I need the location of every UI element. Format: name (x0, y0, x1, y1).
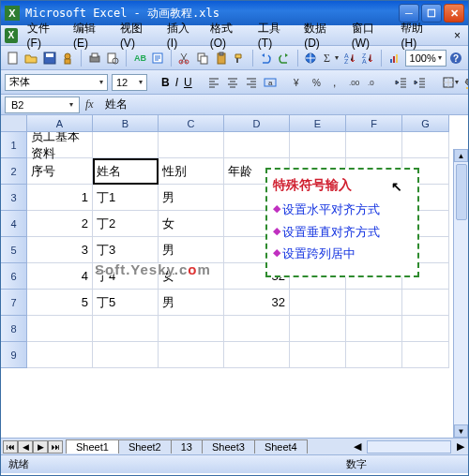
cell-B3[interactable]: 丁1 (93, 185, 159, 211)
row-header[interactable]: 9 (1, 342, 27, 368)
hyperlink-icon[interactable] (303, 48, 320, 68)
name-box[interactable]: B2▾ (5, 97, 80, 113)
undo-icon[interactable] (258, 48, 275, 68)
print-preview-icon[interactable] (105, 48, 122, 68)
cell-G9[interactable] (402, 342, 449, 368)
hscroll-left-icon[interactable]: ◀ (354, 440, 361, 453)
cell-A9[interactable] (27, 342, 93, 368)
spelling-icon[interactable]: ABC (131, 48, 148, 68)
format-painter-icon[interactable] (231, 48, 248, 68)
sort-asc-icon[interactable]: AZ (341, 48, 358, 68)
chart-wizard-icon[interactable] (386, 48, 403, 68)
italic-button[interactable]: I (174, 73, 179, 92)
row-header[interactable]: 4 (1, 211, 27, 237)
select-all-corner[interactable] (1, 115, 27, 132)
print-icon[interactable] (86, 48, 103, 68)
cell-D7[interactable]: 32 (224, 290, 290, 316)
new-icon[interactable] (5, 48, 22, 68)
cell-G7[interactable] (402, 290, 449, 316)
merge-center-icon[interactable]: a (263, 73, 278, 92)
row-header[interactable]: 3 (1, 185, 27, 211)
cell-E7[interactable] (290, 290, 346, 316)
cell-F7[interactable] (346, 290, 402, 316)
row-header[interactable]: 8 (1, 316, 27, 342)
cell-G8[interactable] (402, 316, 449, 342)
font-size-select[interactable]: 12▾ (112, 74, 147, 91)
row-header[interactable]: 1 (1, 132, 27, 158)
vertical-scrollbar[interactable]: ▲ ▼ (453, 149, 468, 438)
align-right-icon[interactable] (244, 73, 259, 92)
fx-icon[interactable]: fx (85, 97, 94, 112)
align-center-icon[interactable] (225, 73, 240, 92)
menu-edit[interactable]: 编辑(E) (68, 19, 111, 52)
cell-A4[interactable]: 2 (27, 211, 93, 237)
row-header[interactable]: 6 (1, 263, 27, 290)
decrease-indent-icon[interactable] (394, 73, 409, 92)
bold-button[interactable]: B (160, 73, 171, 92)
sheet-tab-Sheet1[interactable]: Sheet1 (66, 439, 119, 454)
cell-B4[interactable]: 丁2 (93, 211, 159, 237)
cell-C1[interactable] (159, 132, 224, 158)
cut-icon[interactable] (176, 48, 193, 68)
sheet-tab-13[interactable]: 13 (171, 439, 203, 454)
column-header-D[interactable]: D (224, 115, 290, 132)
cell-C8[interactable] (159, 316, 224, 342)
increase-indent-icon[interactable] (413, 73, 428, 92)
borders-icon[interactable]: ▾ (441, 73, 460, 92)
menu-help[interactable]: 帮助(H) (395, 19, 439, 52)
menu-view[interactable]: 视图(V) (114, 19, 158, 52)
column-header-E[interactable]: E (290, 115, 346, 132)
menu-tools[interactable]: 工具(T) (252, 19, 295, 52)
column-header-C[interactable]: C (159, 115, 224, 132)
cell-B9[interactable] (93, 342, 159, 368)
cell-A8[interactable] (27, 316, 93, 342)
tab-nav-last-icon[interactable]: ⏭ (48, 440, 63, 454)
font-name-select[interactable]: 宋体▾ (5, 74, 108, 91)
excel-doc-icon[interactable]: X (5, 28, 18, 43)
cell-B5[interactable]: 丁3 (93, 237, 159, 263)
scroll-thumb[interactable] (456, 164, 467, 220)
row-header[interactable]: 2 (1, 158, 27, 185)
menu-insert[interactable]: 插入(I) (161, 19, 201, 52)
tab-nav-prev-icon[interactable]: ◀ (18, 440, 33, 454)
sheet-tab-Sheet2[interactable]: Sheet2 (118, 439, 172, 454)
cell-C9[interactable] (159, 342, 224, 368)
cell-F1[interactable] (346, 132, 402, 158)
autosum-icon[interactable]: Σ▾ (321, 48, 340, 68)
cell-A1[interactable]: 员工基本资料 (27, 132, 93, 158)
cell-C7[interactable]: 男 (159, 290, 224, 316)
cell-A2[interactable]: 序号 (27, 158, 93, 185)
cell-E8[interactable] (290, 316, 346, 342)
menu-window[interactable]: 窗口(W) (346, 19, 392, 52)
cell-D1[interactable] (224, 132, 290, 158)
horizontal-scrollbar[interactable] (367, 440, 451, 454)
cell-E1[interactable] (290, 132, 346, 158)
hscroll-right-icon[interactable]: ▶ (457, 440, 464, 453)
decrease-decimal-icon[interactable]: .0 (366, 73, 381, 92)
research-icon[interactable] (149, 48, 166, 68)
cell-A7[interactable]: 5 (27, 290, 93, 316)
cell-C4[interactable]: 女 (159, 211, 224, 237)
sort-desc-icon[interactable]: ZA (360, 48, 377, 68)
save-icon[interactable] (41, 48, 58, 68)
tab-nav-first-icon[interactable]: ⏮ (3, 440, 18, 454)
cell-B8[interactable] (93, 316, 159, 342)
cell-D8[interactable] (224, 316, 290, 342)
cell-A6[interactable]: 4 (27, 263, 93, 290)
cell-C5[interactable]: 男 (159, 237, 224, 263)
paste-icon[interactable] (213, 48, 230, 68)
zoom-select[interactable]: 100%▾ (405, 50, 446, 67)
cell-B7[interactable]: 丁5 (93, 290, 159, 316)
column-header-A[interactable]: A (27, 115, 93, 132)
menu-format[interactable]: 格式(O) (204, 19, 249, 52)
help-icon[interactable]: ? (448, 48, 465, 68)
percent-icon[interactable]: % (310, 73, 325, 92)
cell-A3[interactable]: 1 (27, 185, 93, 211)
cell-F8[interactable] (346, 316, 402, 342)
scroll-down-icon[interactable]: ▼ (454, 424, 468, 438)
close-button[interactable]: ✕ (444, 4, 464, 22)
row-header[interactable]: 7 (1, 290, 27, 316)
open-icon[interactable] (23, 48, 40, 68)
fill-color-icon[interactable]: ▾ (463, 73, 469, 92)
menu-file[interactable]: 文件(F) (22, 19, 64, 52)
